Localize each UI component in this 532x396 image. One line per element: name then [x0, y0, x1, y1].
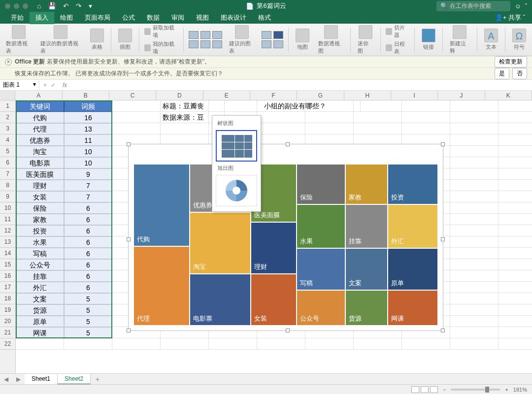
cell[interactable]: 保险	[16, 202, 64, 214]
menu-开始[interactable]: 开始	[5, 11, 30, 24]
cell[interactable]: 6	[64, 236, 112, 248]
cell[interactable]	[499, 338, 532, 350]
cell[interactable]	[161, 123, 209, 134]
chart-icon[interactable]	[212, 40, 222, 48]
cell[interactable]	[450, 146, 499, 157]
sheet-area[interactable]: ABCDEFGHIJK 1234567891011121314151617181…	[0, 91, 532, 394]
search-input[interactable]: 🔍 在工作表中搜索	[436, 1, 510, 11]
cell[interactable]	[499, 157, 532, 168]
cell[interactable]: 理财	[16, 180, 64, 191]
menu-格式[interactable]: 格式	[252, 11, 277, 24]
row-header[interactable]: 9	[0, 191, 15, 202]
cell[interactable]	[499, 214, 532, 225]
chart-icon[interactable]	[273, 31, 283, 39]
cell[interactable]: 代理	[16, 123, 64, 134]
cell[interactable]	[499, 191, 532, 202]
save-icon[interactable]: 💾	[48, 2, 56, 10]
add-sheet-button[interactable]: +	[91, 375, 104, 383]
cell[interactable]	[112, 100, 161, 112]
cell[interactable]	[354, 338, 402, 350]
col-header[interactable]: E	[203, 91, 250, 100]
cell[interactable]	[112, 112, 161, 123]
chart-icon[interactable]	[262, 31, 271, 39]
col-header[interactable]: A	[15, 91, 62, 100]
cell[interactable]	[450, 293, 499, 304]
cell[interactable]	[305, 123, 354, 134]
menu-绘图[interactable]: 绘图	[54, 11, 79, 24]
cell[interactable]: 写稿	[16, 248, 64, 259]
check-update-button[interactable]: 检查更新	[495, 56, 527, 67]
cell[interactable]: 5	[64, 327, 112, 338]
cell[interactable]: 电影票	[16, 157, 64, 168]
cell[interactable]: 6	[64, 270, 112, 282]
text-button[interactable]: A文本	[482, 29, 500, 51]
cell[interactable]	[402, 123, 450, 134]
cell[interactable]	[450, 191, 499, 202]
row-header[interactable]: 2	[0, 112, 15, 123]
cell[interactable]	[354, 123, 402, 134]
cell[interactable]: 6	[64, 248, 112, 259]
name-box[interactable]: 图表 1▾	[0, 81, 39, 89]
col-header[interactable]: B	[63, 91, 109, 100]
cell[interactable]: 10	[64, 146, 112, 157]
row-header[interactable]: 16	[0, 270, 15, 282]
my-addins[interactable]: 我的加载项	[144, 40, 178, 55]
sheet-tab[interactable]: Sheet1	[25, 374, 58, 385]
redo-icon[interactable]: ↷	[76, 2, 82, 10]
cell[interactable]	[450, 134, 499, 146]
col-header[interactable]: H	[344, 91, 391, 100]
cell[interactable]	[499, 180, 532, 191]
chart-icon[interactable]	[262, 40, 271, 48]
cell[interactable]	[499, 327, 532, 338]
symbol-button[interactable]: Ω符号	[510, 29, 528, 51]
row-header[interactable]: 3	[0, 123, 15, 134]
cell[interactable]	[450, 202, 499, 214]
undo-icon[interactable]: ↶	[63, 2, 69, 10]
close-icon[interactable]: ×	[5, 59, 12, 66]
timeline-button[interactable]: 日程表	[386, 40, 409, 55]
row-header[interactable]: 22	[0, 338, 15, 350]
cell[interactable]: 16	[64, 112, 112, 123]
cell[interactable]	[402, 100, 450, 112]
home-icon[interactable]: ⌂	[37, 2, 41, 10]
col-header[interactable]: K	[485, 91, 532, 100]
cell[interactable]: 挂靠	[16, 270, 64, 282]
cell[interactable]: 文案	[16, 293, 64, 304]
col-header[interactable]: G	[297, 91, 344, 100]
cell[interactable]	[499, 304, 532, 316]
cell[interactable]: 词频	[64, 100, 112, 112]
comment-button[interactable]: 新建注释	[448, 25, 472, 55]
row-header[interactable]: 18	[0, 293, 15, 304]
cell[interactable]: 6	[64, 202, 112, 214]
table-button[interactable]: 表格	[88, 29, 106, 51]
menu-视图[interactable]: 视图	[190, 11, 215, 24]
cell[interactable]: 10	[64, 157, 112, 168]
rec-pivot-button[interactable]: 建议的数据透视表	[38, 25, 83, 55]
chart-icon[interactable]	[212, 31, 222, 39]
chart-icon[interactable]	[189, 31, 199, 39]
tab-nav-next[interactable]: ▶	[12, 376, 25, 383]
cell[interactable]: 公众号	[16, 259, 64, 270]
cell[interactable]: 原单	[16, 316, 64, 327]
cell[interactable]	[112, 338, 161, 350]
cell[interactable]: 5	[64, 304, 112, 316]
row-header[interactable]: 12	[0, 225, 15, 236]
cell[interactable]: 外汇	[16, 282, 64, 293]
row-header[interactable]: 19	[0, 304, 15, 316]
row-header[interactable]: 6	[0, 157, 15, 168]
row-header[interactable]: 20	[0, 316, 15, 327]
cell[interactable]	[499, 168, 532, 180]
cell[interactable]	[257, 338, 305, 350]
cell[interactable]	[450, 270, 499, 282]
pivot-chart-button[interactable]: 数据透视图	[316, 25, 346, 55]
menu-数据[interactable]: 数据	[141, 11, 166, 24]
cell[interactable]	[64, 338, 112, 350]
cell[interactable]	[499, 282, 532, 293]
cell[interactable]	[450, 123, 499, 134]
cell[interactable]: 网课	[16, 327, 64, 338]
illustrations-button[interactable]: 插图	[116, 29, 134, 51]
menu-公式[interactable]: 公式	[116, 11, 141, 24]
cell[interactable]: 关键词	[16, 100, 64, 112]
share-button[interactable]: 👤+ 共享 ˇ	[495, 13, 532, 22]
cell[interactable]: 女装	[16, 191, 64, 202]
